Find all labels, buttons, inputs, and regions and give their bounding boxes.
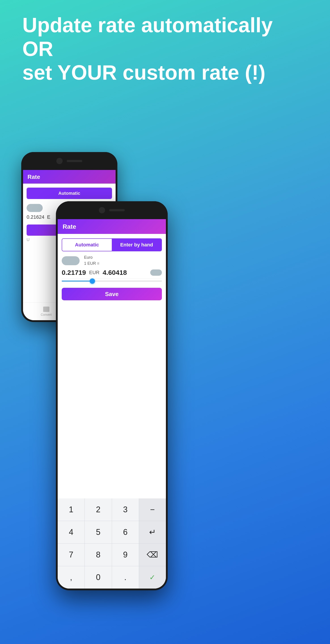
rate-inputs: 0.21719 EUR 4.60418 <box>62 269 162 279</box>
toggle-row: Euro 1 EUR = <box>62 254 162 266</box>
front-screen: Rate Automatic Enter by hand Euro 1 EUR … <box>58 219 166 588</box>
key-comma[interactable]: , <box>58 566 84 588</box>
headline: Update rate automatically OR set YOUR cu… <box>22 14 308 84</box>
euro-label: Euro 1 EUR = <box>84 254 100 266</box>
key-backspace[interactable]: ⌫ <box>139 544 166 566</box>
key-check[interactable]: ✓ <box>139 566 166 588</box>
rate-section: Euro 1 EUR = 0.21719 EUR 4.60418 <box>58 251 166 284</box>
small-toggle[interactable] <box>150 270 162 276</box>
rate-converted[interactable]: 4.60418 <box>102 269 147 276</box>
currency-label: EUR <box>89 270 99 276</box>
back-rate-currency: E <box>47 214 50 220</box>
euro-label-line2: 1 EUR = <box>84 260 100 266</box>
speaker-back <box>67 160 82 162</box>
back-app-header: Rate <box>23 170 116 184</box>
key-dot[interactable]: . <box>112 566 139 588</box>
front-tab-row: Automatic Enter by hand <box>62 238 162 251</box>
keypad: 1 2 3 − 4 5 6 ↵ 7 8 9 ⌫ , 0 . ✓ <box>58 498 166 588</box>
key-4[interactable]: 4 <box>58 521 84 544</box>
back-toggle[interactable] <box>26 204 43 212</box>
slider-track <box>62 281 162 282</box>
grid-icon <box>43 306 50 312</box>
front-toggle[interactable] <box>62 256 80 265</box>
rate-value[interactable]: 0.21719 <box>62 269 86 276</box>
slider-fill <box>62 281 92 282</box>
back-tab-automatic[interactable]: Automatic <box>27 188 112 198</box>
euro-label-line1: Euro <box>84 254 100 260</box>
key-0[interactable]: 0 <box>85 566 112 588</box>
camera-front <box>99 207 105 213</box>
headline-line3: set YOUR custom rate (!) <box>22 61 308 84</box>
key-3[interactable]: 3 <box>112 498 139 521</box>
key-5[interactable]: 5 <box>85 521 112 544</box>
slider-thumb[interactable] <box>90 278 95 284</box>
key-minus[interactable]: − <box>139 498 166 521</box>
notch-bar-front <box>56 201 168 219</box>
front-phone: Rate Automatic Enter by hand Euro 1 EUR … <box>56 201 168 590</box>
camera-back <box>56 158 62 164</box>
key-1[interactable]: 1 <box>58 498 84 521</box>
key-6[interactable]: 6 <box>112 521 139 544</box>
key-enter[interactable]: ↵ <box>139 521 166 544</box>
notch-bar-back <box>21 152 118 170</box>
key-7[interactable]: 7 <box>58 544 84 566</box>
key-9[interactable]: 9 <box>112 544 139 566</box>
front-app-header: Rate <box>58 219 166 234</box>
back-rate-value: 0.21624 <box>26 214 44 220</box>
key-2[interactable]: 2 <box>85 498 112 521</box>
headline-line1: Update rate automatically <box>22 14 308 37</box>
tab-automatic[interactable]: Automatic <box>62 239 112 251</box>
slider-row[interactable] <box>62 279 162 282</box>
save-button[interactable]: Save <box>62 288 162 300</box>
tab-enter-by-hand[interactable]: Enter by hand <box>112 239 162 251</box>
back-tab-row: Automatic <box>26 188 112 199</box>
key-8[interactable]: 8 <box>85 544 112 566</box>
headline-line2: OR <box>22 37 308 61</box>
speaker-front <box>109 209 125 211</box>
back-nav-convert-label: Convert <box>41 313 52 316</box>
